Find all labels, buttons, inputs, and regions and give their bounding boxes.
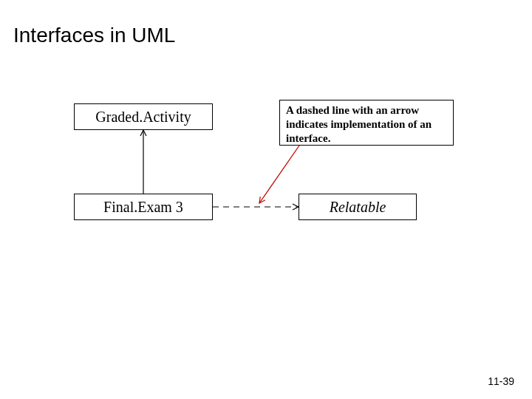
page-number: 11-39 (488, 375, 514, 387)
explanation-note: A dashed line with an arrow indicates im… (279, 100, 454, 146)
uml-interface-relatable: Relatable (299, 194, 417, 220)
uml-class-graded-activity: Graded.Activity (74, 103, 213, 130)
uml-class-label: Graded.Activity (95, 109, 191, 126)
note-pointer-arrow (259, 146, 299, 203)
slide-title: Interfaces in UML (13, 24, 175, 47)
uml-interface-label: Relatable (330, 199, 386, 216)
uml-class-final-exam: Final.Exam 3 (74, 194, 213, 220)
uml-class-label: Final.Exam 3 (103, 199, 183, 216)
